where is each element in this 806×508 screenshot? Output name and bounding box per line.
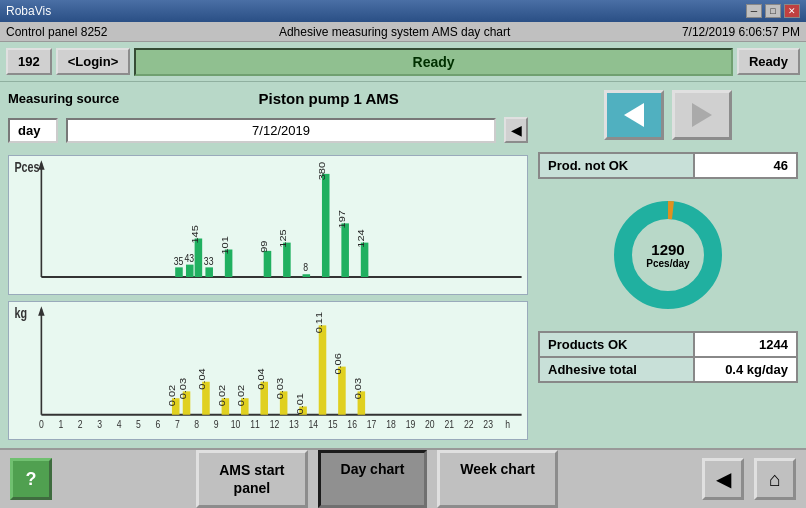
day-chart-button[interactable]: Day chart [318, 450, 428, 508]
date-field[interactable]: 7/12/2019 [66, 118, 496, 143]
period-label: day [8, 118, 58, 143]
tag-button[interactable]: 192 [6, 48, 52, 75]
svg-text:3: 3 [97, 418, 102, 430]
svg-text:7: 7 [175, 418, 180, 430]
left-panel: Measuring source Piston pump 1 AMS day 7… [8, 90, 528, 440]
donut-chart: 1290 Pces/day [608, 195, 728, 315]
svg-text:0: 0 [39, 418, 44, 430]
svg-text:197: 197 [337, 210, 347, 228]
svg-text:19: 19 [406, 418, 416, 430]
svg-text:125: 125 [278, 229, 288, 248]
kg-chart-svg: kg 0 1 2 3 4 5 6 7 8 9 10 11 12 13 14 [9, 302, 527, 440]
svg-text:0.04: 0.04 [198, 367, 208, 389]
svg-rect-4 [175, 267, 183, 277]
products-ok-table: Products OK 1244 Adhesive total 0.4 kg/d… [538, 331, 798, 383]
prod-not-ok-row: Prod. not OK 46 [539, 153, 797, 178]
status-display: Ready [134, 48, 733, 76]
home-button[interactable]: ⌂ [754, 458, 796, 500]
svg-text:99: 99 [259, 240, 269, 253]
pces-chart-svg: Pces 35 43 14 [9, 156, 527, 294]
menu-bar: Control panel 8252 Adhesive measuring sy… [0, 22, 806, 42]
maximize-button[interactable]: □ [765, 4, 781, 18]
window-controls[interactable]: ─ □ ✕ [746, 4, 800, 18]
app-title: RobaVis [6, 4, 51, 18]
help-button[interactable]: ? [10, 458, 52, 500]
svg-text:0.03: 0.03 [275, 377, 285, 399]
svg-rect-16 [283, 243, 291, 277]
close-button[interactable]: ✕ [784, 4, 800, 18]
system-title: Adhesive measuring system AMS day chart [279, 25, 510, 39]
svg-text:5: 5 [136, 418, 141, 430]
svg-text:14: 14 [309, 418, 319, 430]
svg-text:0.01: 0.01 [295, 392, 305, 414]
svg-rect-18 [303, 274, 311, 277]
nav-buttons [538, 90, 798, 140]
svg-rect-22 [341, 223, 349, 277]
pump-title: Piston pump 1 AMS [129, 90, 528, 107]
svg-text:11: 11 [250, 418, 260, 430]
products-ok-row: Products OK 1244 [539, 332, 797, 357]
back-button[interactable]: ◀ [702, 458, 744, 500]
svg-text:101: 101 [220, 236, 230, 255]
svg-text:16: 16 [347, 418, 357, 430]
svg-text:124: 124 [356, 229, 366, 248]
svg-text:6: 6 [156, 418, 161, 430]
svg-text:380: 380 [317, 161, 327, 180]
svg-text:0.03: 0.03 [178, 377, 188, 399]
week-chart-button[interactable]: Week chart [437, 450, 557, 508]
svg-text:15: 15 [328, 418, 338, 430]
main-content: Measuring source Piston pump 1 AMS day 7… [0, 82, 806, 448]
svg-text:0.06: 0.06 [334, 352, 344, 374]
minimize-button[interactable]: ─ [746, 4, 762, 18]
kg-chart: kg 0 1 2 3 4 5 6 7 8 9 10 11 12 13 14 [8, 301, 528, 441]
stats-table: Prod. not OK 46 [538, 152, 798, 179]
svg-text:9: 9 [214, 418, 219, 430]
back-nav-button[interactable] [604, 90, 664, 140]
svg-text:10: 10 [231, 418, 241, 430]
svg-text:2: 2 [78, 418, 83, 430]
ams-start-button[interactable]: AMS start panel [196, 450, 307, 508]
control-panel-label: Control panel 8252 [6, 25, 107, 39]
svg-text:0.02: 0.02 [217, 384, 227, 405]
svg-text:8: 8 [303, 261, 308, 273]
svg-rect-71 [319, 325, 327, 414]
svg-text:23: 23 [483, 418, 493, 430]
ready-label: Ready [737, 48, 800, 75]
adhesive-value: 0.4 kg/day [694, 357, 797, 382]
svg-marker-77 [624, 103, 644, 127]
bottom-buttons: AMS start panel Day chart Week chart [62, 450, 692, 508]
prod-not-ok-value: 46 [694, 153, 797, 178]
svg-rect-14 [264, 251, 272, 277]
svg-rect-24 [361, 243, 369, 277]
svg-rect-20 [322, 174, 330, 277]
forward-nav-button[interactable] [672, 90, 732, 140]
svg-text:35: 35 [174, 255, 184, 267]
svg-rect-8 [195, 239, 203, 278]
login-button[interactable]: <Login> [56, 48, 131, 75]
svg-text:22: 22 [464, 418, 474, 430]
date-row: day 7/12/2019 ◀ [8, 117, 528, 143]
svg-marker-29 [38, 306, 44, 316]
svg-text:h: h [505, 418, 510, 430]
svg-text:21: 21 [445, 418, 455, 430]
pces-chart: Pces 35 43 14 [8, 155, 528, 295]
title-bar: RobaVis ─ □ ✕ [0, 0, 806, 22]
toolbar: 192 <Login> Ready Ready [0, 42, 806, 82]
svg-text:8: 8 [194, 418, 199, 430]
date-prev-button[interactable]: ◀ [504, 117, 528, 143]
svg-text:12: 12 [270, 418, 280, 430]
svg-text:33: 33 [204, 255, 214, 267]
svg-text:20: 20 [425, 418, 435, 430]
svg-text:0.02: 0.02 [167, 384, 177, 405]
right-panel: Prod. not OK 46 1290 Pces/day [538, 90, 798, 440]
adhesive-label: Adhesive total [539, 357, 694, 382]
svg-text:0.11: 0.11 [314, 311, 324, 333]
source-row: Measuring source Piston pump 1 AMS [8, 90, 528, 107]
donut-center-text: 1290 Pces/day [646, 241, 689, 269]
svg-text:43: 43 [184, 252, 194, 264]
svg-text:1: 1 [58, 418, 63, 430]
svg-text:18: 18 [386, 418, 396, 430]
products-ok-value: 1244 [694, 332, 797, 357]
svg-rect-6 [186, 265, 194, 277]
datetime-display: 7/12/2019 6:06:57 PM [682, 25, 800, 39]
